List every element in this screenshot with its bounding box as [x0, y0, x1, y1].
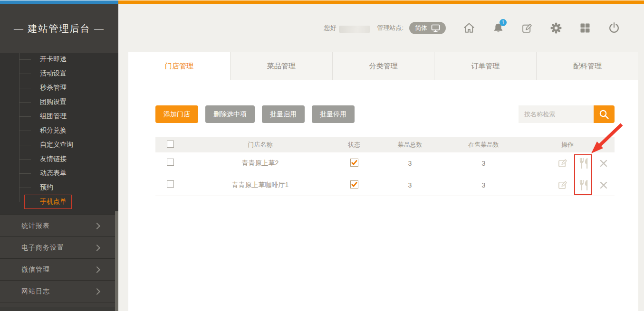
- redacted-username: [339, 26, 370, 33]
- chevron-right-icon: [94, 266, 100, 273]
- select-all-checkbox[interactable]: [167, 141, 174, 148]
- batch-enable-button[interactable]: 批量启用: [262, 105, 305, 123]
- annotation-red-box-forks: [574, 154, 592, 195]
- logout-button[interactable]: [608, 22, 620, 34]
- sidebar-section-wechat[interactable]: 微信管理: [0, 258, 118, 280]
- header-actions: 操作: [520, 141, 615, 149]
- tab-store-management[interactable]: 门店管理: [128, 52, 230, 80]
- edit-content-button[interactable]: [521, 22, 533, 34]
- home-button[interactable]: [463, 22, 475, 34]
- dish-total-value: 3: [373, 160, 447, 167]
- topbar: 您好 管理站点: 简体 1: [118, 4, 644, 52]
- admin-console: 开卡即送 活动设置 秒杀管理 团购设置 组团管理 积分兑换 自定义查询 友情链接…: [0, 0, 644, 311]
- sidebar-item-flash-sale[interactable]: 秒杀管理: [0, 81, 118, 95]
- search-box: [519, 105, 615, 123]
- chevron-right-icon: [94, 244, 100, 251]
- store-table: 门店名称 状态 菜品总数 在售菜品数 操作 青青原上草2 3 3: [155, 137, 615, 196]
- sidebar-item-dynamic-form[interactable]: 动态表单: [0, 166, 118, 180]
- top-stripe-orange: [118, 0, 644, 4]
- tab-order-management[interactable]: 订单管理: [434, 52, 536, 80]
- sidebar-section-statistics[interactable]: 统计报表: [0, 215, 118, 236]
- settings-button[interactable]: [550, 22, 562, 34]
- chevron-right-icon: [94, 288, 100, 294]
- close-icon: [599, 159, 608, 168]
- search-input[interactable]: [519, 105, 594, 123]
- edit-store-button[interactable]: [557, 179, 568, 190]
- tree-tick: [19, 59, 31, 60]
- tree-tick: [19, 159, 31, 160]
- sidebar-sections: 统计报表 电子商务设置 微信管理 网站日志: [0, 215, 118, 307]
- delete-store-button[interactable]: [599, 159, 608, 168]
- status-checkbox-checked[interactable]: [350, 159, 358, 167]
- delete-store-button[interactable]: [599, 181, 608, 189]
- module-tabs: 门店管理 菜品管理 分类管理 订单管理 配料管理: [128, 52, 638, 80]
- sidebar-submenu: 开卡即送 活动设置 秒杀管理 团购设置 组团管理 积分兑换 自定义查询 友情链接…: [0, 52, 118, 209]
- table-header-row: 门店名称 状态 菜品总数 在售菜品数 操作: [155, 137, 615, 152]
- sidebar-item-team-manage[interactable]: 组团管理: [0, 109, 118, 123]
- sidebar-item-custom-query[interactable]: 自定义查询: [0, 138, 118, 152]
- check-icon: [351, 181, 357, 188]
- search-button[interactable]: [594, 105, 615, 123]
- header-status: 状态: [335, 141, 373, 149]
- home-icon: [463, 22, 475, 34]
- site-label: 管理站点:: [377, 24, 404, 32]
- tree-tick: [19, 173, 31, 174]
- sidebar: 开卡即送 活动设置 秒杀管理 团购设置 组团管理 积分兑换 自定义查询 友情链接…: [0, 4, 118, 311]
- sidebar-section-partial: [0, 302, 118, 307]
- tree-tick: [19, 131, 31, 131]
- sidebar-item-activity-settings[interactable]: 活动设置: [0, 66, 118, 81]
- sidebar-item-points-exchange[interactable]: 积分兑换: [0, 123, 118, 138]
- tree-tick: [19, 188, 31, 188]
- sidebar-scrollbar-thumb[interactable]: [115, 211, 118, 311]
- grid-icon: [579, 22, 591, 34]
- tab-category-management[interactable]: 分类管理: [332, 52, 434, 80]
- power-icon: [608, 22, 620, 34]
- delete-selected-button[interactable]: 删除选中项: [205, 105, 255, 123]
- notifications-button[interactable]: 1: [492, 22, 504, 34]
- row-checkbox[interactable]: [167, 180, 174, 188]
- close-icon: [599, 181, 608, 189]
- notification-badge: 1: [500, 19, 507, 26]
- sidebar-section-site-log[interactable]: 网站日志: [0, 280, 118, 302]
- header-dish-on-sale: 在售菜品数: [447, 141, 520, 149]
- chevron-right-icon: [94, 222, 100, 229]
- gear-icon: [550, 22, 562, 34]
- edit-icon: [557, 179, 568, 190]
- tree-tick: [19, 74, 31, 74]
- status-checkbox-checked[interactable]: [350, 180, 358, 188]
- tree-tick: [19, 116, 31, 117]
- dish-on-sale-value: 3: [447, 160, 520, 167]
- tab-dish-management[interactable]: 菜品管理: [230, 52, 332, 80]
- store-name: 青青原上草2: [185, 159, 335, 168]
- dish-total-value: 3: [373, 181, 447, 189]
- header-store-name: 门店名称: [185, 141, 335, 149]
- sidebar-section-ecommerce[interactable]: 电子商务设置: [0, 236, 118, 258]
- app-logo-text: — 建站管理后台 —: [14, 22, 105, 35]
- sidebar-item-reservation[interactable]: 预约: [0, 180, 118, 195]
- dish-on-sale-value: 3: [447, 181, 520, 189]
- header-dish-total: 菜品总数: [373, 141, 447, 149]
- sidebar-item-group-buy[interactable]: 团购设置: [0, 95, 118, 109]
- search-icon: [598, 109, 610, 120]
- sidebar-item-mobile-ordering[interactable]: 手机点单: [0, 195, 118, 209]
- tree-tick: [19, 88, 31, 88]
- tree-tick: [19, 102, 31, 103]
- row-actions: [520, 179, 615, 191]
- row-checkbox[interactable]: [167, 159, 174, 166]
- table-row: 青青原上草2 3 3: [155, 152, 615, 174]
- apps-grid-button[interactable]: [579, 22, 591, 34]
- add-store-button[interactable]: 添加门店: [155, 105, 198, 123]
- table-toolbar: 添加门店 删除选中项 批量启用 批量停用: [155, 105, 355, 123]
- greeting-text: 您好: [324, 24, 336, 32]
- edit-store-button[interactable]: [557, 158, 568, 169]
- store-name: 青青原上草咖啡厅1: [185, 181, 335, 189]
- sidebar-item-friend-links[interactable]: 友情链接: [0, 152, 118, 166]
- batch-disable-button[interactable]: 批量停用: [312, 105, 355, 123]
- edit-icon: [557, 158, 568, 169]
- top-stripe-blue: [0, 0, 118, 4]
- language-pill-button[interactable]: 简体: [409, 22, 446, 34]
- language-label: 简体: [415, 24, 427, 32]
- sidebar-item-card-gift[interactable]: 开卡即送: [0, 52, 118, 66]
- table-row: 青青原上草咖啡厅1 3 3: [155, 174, 615, 196]
- tab-ingredient-management[interactable]: 配料管理: [536, 52, 638, 80]
